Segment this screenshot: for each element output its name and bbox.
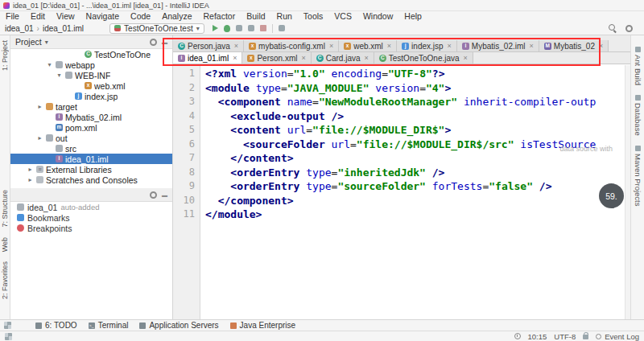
menu-item-refactor[interactable]: Refactor bbox=[198, 11, 242, 22]
close-tab-icon[interactable]: × bbox=[464, 55, 468, 62]
tree-expand-icon[interactable]: ▸ bbox=[27, 166, 34, 173]
menu-item-help[interactable]: Help bbox=[398, 11, 427, 22]
close-tab-icon[interactable]: × bbox=[530, 43, 534, 50]
menu-item-edit[interactable]: Edit bbox=[25, 11, 51, 22]
menu-item-window[interactable]: Window bbox=[357, 11, 398, 22]
editor-tab-person-xml[interactable]: Person.xml× bbox=[242, 52, 311, 64]
tree-expand-icon[interactable]: ▸ bbox=[27, 176, 34, 183]
favorites-item-idea-01[interactable]: idea_01auto-added bbox=[10, 202, 172, 212]
menu-item-analyze[interactable]: Analyze bbox=[156, 11, 197, 22]
close-tab-icon[interactable]: × bbox=[301, 55, 305, 62]
menu-item-run[interactable]: Run bbox=[271, 11, 298, 22]
tool-button-ant-build[interactable]: Ant Build bbox=[634, 47, 642, 85]
tree-item-scratches-and-consoles[interactable]: ▸Scratches and Consoles bbox=[10, 175, 172, 185]
tool-button-1-project[interactable]: 1: Project bbox=[1, 40, 9, 71]
run-button[interactable] bbox=[213, 25, 218, 31]
tree-item-testonetoone[interactable]: TestOneToOne bbox=[10, 49, 172, 60]
stop-button[interactable] bbox=[260, 25, 266, 31]
menu-item-code[interactable]: Code bbox=[125, 11, 156, 22]
tool-button-6-todo[interactable]: 6: TODO bbox=[35, 321, 77, 330]
tree-expand-icon[interactable]: ▸ bbox=[36, 134, 43, 142]
menu-item-view[interactable]: View bbox=[51, 11, 80, 22]
tool-button-database[interactable]: Database bbox=[634, 95, 642, 136]
close-tab-icon[interactable]: × bbox=[448, 43, 452, 50]
tool-button-7-structure[interactable]: 7: Structure bbox=[1, 190, 9, 228]
event-log-label: Event Log bbox=[605, 332, 639, 341]
progress-badge[interactable]: 59. bbox=[599, 183, 624, 208]
hide-panel-icon[interactable]: ▬ bbox=[162, 192, 167, 198]
close-tab-icon[interactable]: × bbox=[387, 43, 391, 50]
settings-gear-icon[interactable] bbox=[150, 39, 157, 46]
profiler-button[interactable] bbox=[248, 25, 254, 31]
editor-tab-idea-01-iml[interactable]: idea_01.iml× bbox=[173, 52, 242, 64]
close-tab-icon[interactable]: × bbox=[329, 43, 333, 50]
project-panel-title[interactable]: Project bbox=[15, 37, 42, 47]
tree-item-webapp[interactable]: ▾webapp bbox=[10, 60, 172, 70]
settings-gear-icon[interactable] bbox=[625, 25, 633, 32]
title-bar: idea_01 [D:\idea_01] - ...\idea_01.iml [… bbox=[0, 0, 644, 11]
tree-item-external-libraries[interactable]: ▸External Libraries bbox=[10, 164, 172, 175]
breadcrumb-item-idea-01[interactable]: idea_01 bbox=[5, 24, 34, 33]
tool-button-maven-projects[interactable]: Maven Projects bbox=[634, 146, 642, 206]
search-icon[interactable] bbox=[609, 24, 617, 33]
editor-tab-web-xml[interactable]: web.xml× bbox=[339, 40, 397, 51]
tool-button-web[interactable]: Web bbox=[1, 237, 9, 252]
menu-item-build[interactable]: Build bbox=[241, 11, 270, 22]
tool-button-application-servers[interactable]: Application Servers bbox=[139, 321, 218, 330]
chevron-down-icon[interactable]: ▾ bbox=[45, 39, 48, 46]
tree-item-web-inf[interactable]: ▾WEB-INF bbox=[10, 70, 172, 80]
status-grid-icon[interactable] bbox=[5, 333, 12, 340]
toolbar-separator bbox=[272, 24, 273, 33]
tree-item-out[interactable]: ▸out bbox=[10, 133, 172, 143]
favorites-item-bookmarks[interactable]: Bookmarks bbox=[10, 212, 172, 223]
editor-code[interactable]: <?xml version="1.0" encoding="UTF-8"?><m… bbox=[200, 65, 625, 319]
tool-button-2-favorites[interactable]: 2: Favorites bbox=[1, 261, 9, 299]
tree-item-idea-01-iml[interactable]: idea_01.iml bbox=[10, 154, 172, 164]
tree-expand-icon[interactable]: ▾ bbox=[46, 61, 53, 68]
favorites-item-breakpoints[interactable]: Breakpoints bbox=[10, 223, 172, 233]
lock-icon[interactable] bbox=[583, 335, 588, 339]
code-line: </module> bbox=[205, 207, 625, 222]
menu-item-tools[interactable]: Tools bbox=[298, 11, 329, 22]
code-line: <content url="file://$MODULE_DIR$"> bbox=[205, 123, 625, 138]
tree-item-mybatis-02-iml[interactable]: Mybatis_02.iml bbox=[10, 112, 172, 122]
close-tab-icon[interactable]: × bbox=[234, 43, 238, 50]
module-file-icon bbox=[544, 43, 551, 50]
editor-tab-mybatis-02-iml[interactable]: Mybatis_02.iml× bbox=[457, 40, 539, 51]
close-tab-icon[interactable]: × bbox=[233, 55, 237, 62]
debug-button[interactable] bbox=[224, 25, 230, 32]
coverage-button[interactable] bbox=[236, 25, 242, 31]
breadcrumb-item-idea-01-iml[interactable]: idea_01.iml bbox=[43, 24, 84, 33]
update-project-button[interactable] bbox=[279, 25, 285, 31]
menu-item-file[interactable]: File bbox=[0, 11, 25, 22]
status-encoding[interactable]: UTF-8 bbox=[554, 332, 576, 341]
tool-windows-switcher-icon[interactable] bbox=[4, 322, 11, 329]
editor-tab-index-jsp[interactable]: index.jsp× bbox=[397, 40, 457, 51]
editor-tab-mybatis-02[interactable]: Mybatis_02× bbox=[539, 40, 609, 51]
tool-button-terminal[interactable]: Terminal bbox=[89, 321, 129, 330]
settings-gear-icon[interactable] bbox=[150, 191, 157, 199]
close-tab-icon[interactable]: × bbox=[365, 55, 369, 62]
editor-tab-card-java[interactable]: Card.java× bbox=[312, 52, 374, 64]
tree-expand-icon[interactable]: ▸ bbox=[36, 103, 43, 110]
menu-item-navigate[interactable]: Navigate bbox=[80, 11, 125, 22]
editor-tab-testonetoone-java[interactable]: TestOneToOne.java× bbox=[374, 52, 473, 64]
code-line: </content> bbox=[205, 151, 625, 166]
tree-item-web-xml[interactable]: web.xml bbox=[10, 80, 172, 91]
menu-item-vcs[interactable]: VCS bbox=[328, 11, 357, 22]
tree-item-pom-xml[interactable]: pom.xml bbox=[10, 122, 172, 133]
bookmark-icon bbox=[17, 214, 24, 221]
close-tab-icon[interactable]: × bbox=[599, 43, 603, 50]
clock-icon bbox=[514, 333, 521, 339]
editor-tab-person-java[interactable]: Person.java× bbox=[173, 40, 244, 51]
tree-item-index-jsp[interactable]: index.jsp bbox=[10, 91, 172, 101]
hide-panel-icon[interactable]: ▬ bbox=[162, 39, 167, 45]
run-config-select[interactable]: TestOneToOne.test ▾ bbox=[109, 23, 204, 34]
editor-scrollbar[interactable] bbox=[625, 65, 630, 319]
tree-item-target[interactable]: ▸target bbox=[10, 101, 172, 112]
editor-tab-mybatis-config-xml[interactable]: mybatis-config.xml× bbox=[244, 40, 339, 51]
tree-item-src[interactable]: src bbox=[10, 143, 172, 154]
event-log[interactable]: Event Log bbox=[596, 332, 639, 341]
tree-expand-icon[interactable]: ▾ bbox=[56, 72, 63, 79]
tool-button-java-enterprise[interactable]: Java Enterprise bbox=[230, 321, 295, 330]
